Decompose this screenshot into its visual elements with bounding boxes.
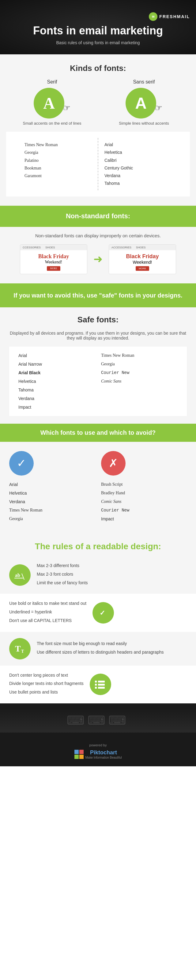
cross-icon: ✗ [109,457,118,470]
email-btn-2: MORE [136,266,149,271]
sans-description: Simple lines without accents [103,121,185,126]
list-rule-icon [93,678,107,691]
piktochart-icon [74,750,84,759]
bad-bradley-hand: Bradley Hand [101,489,187,497]
kinds-title: Kinds of fonts: [6,64,190,73]
email-body-1: Black Friday Weekend! MORE [20,250,87,274]
rule-card-3: T T The font size must be big enough to … [0,632,196,666]
page-subtitle: Basic rules of using fonts in email mark… [6,40,190,45]
svg-rect-10 [95,687,97,689]
font-calibri: Calibri [104,157,172,164]
serif-font-list: Times New Roman Georgia Palatino Bookman… [18,138,98,190]
checkmark-icon: ✓ [17,457,26,470]
rule-1-point-1: Max 2-3 different fonts [37,562,88,570]
header: ✉ FRESHMAIL Fonts in email marketing Bas… [0,0,196,54]
safe-arial-narrow: Arial Narrow [18,360,95,368]
safe-tahoma: Tahoma [18,386,95,394]
rule-1-point-3: Limit the use of fancy fonts [37,579,88,587]
nonstandard-description: Non-standard fonts can display improperl… [9,233,187,238]
email-title-1: Black Friday [23,253,84,260]
font-verdana: Verdana [104,172,172,180]
piktochart-logo: Piktochart Make Information Beautiful [74,749,122,759]
safe-title: Safe fonts: [9,315,187,325]
rule-2-point-3: Don't use all CAPITAL LETTERS [9,617,86,624]
font-palatino: Palatino [24,157,92,164]
font-century-gothic: Century Gothic [104,164,172,172]
sans-font-list: Arial Helvetica Calibri Century Gothic V… [98,138,178,190]
which-banner-text: Which fonts to use and which to avoid? [9,429,187,436]
which-banner: Which fonts to use and which to avoid? [0,424,196,442]
svg-line-2 [22,574,24,580]
which-cols: ✓ Arial Helvetica Verdana Times New Roma… [9,451,187,523]
svg-rect-9 [98,684,105,686]
safe-verdana: Verdana [18,394,95,403]
kinds-section: Kinds of fonts: Serif A ☞ Small accents … [0,54,196,206]
rule-icon-list [90,674,111,695]
email-body-2: Black Friday Weekend! MORE [109,250,176,274]
svg-rect-6 [95,681,97,682]
safe-comic-sans: Comic Sans [101,377,178,386]
rule-3-point-2: Use different sizes of letters to distin… [37,649,164,656]
size-rule-icon: T T [13,642,27,655]
svg-rect-13 [79,750,84,754]
rules-section-title: The rules of a readable design: [6,535,190,558]
serif-letter: A [43,94,55,112]
arrow-right-icon: ➜ [93,253,103,266]
email-title-2: Black Friday [112,253,173,260]
checkmark-circle: ✓ [9,451,34,476]
avoid-banner: If you want to avoid this, use "safe" fo… [0,283,196,307]
rule-row-3: T T The font size must be big enough to … [9,638,187,659]
safe-col-2: Times New Roman Georgia Courier New Comi… [101,351,178,411]
which-section: ✓ Arial Helvetica Verdana Times New Roma… [0,442,196,532]
good-georgia: Georgia [9,515,95,523]
keyboard-decoration: ⌨⌨⌨ [67,713,129,727]
safe-helvetica: Helvetica [18,377,95,386]
email-sub-2: Weekend! [112,260,173,265]
good-helvetica: Helvetica [9,489,95,497]
nonstandard-section: Non-standard fonts can display improperl… [0,227,196,283]
rule-text-4: Don't center long pieces of text Divide … [9,672,84,697]
font-tahoma: Tahoma [104,180,172,187]
fonts-rule-icon: ab [14,569,26,581]
rule-icon-size: T T [9,638,31,659]
cross-circle: ✗ [101,451,126,476]
footer-typewriter: ⌨⌨⌨ [0,703,196,737]
bad-impact: Impact [101,515,187,523]
svg-rect-15 [79,755,84,759]
tab-shoes-1: SHOES [45,246,55,249]
good-times: Times New Roman [9,506,95,515]
piktochart-name: Piktochart [90,749,117,756]
bold-rule-icon: ✓ [97,607,109,619]
piktochart-brand: Piktochart Make Information Beautiful [85,749,122,759]
email-btn-1: MORE [47,266,60,271]
svg-rect-11 [98,687,105,689]
rule-icon-fonts: ab [9,564,31,586]
footer-bg-decoration: ⌨⌨⌨ [0,708,196,733]
email-header-2: ACCESSORIES SHOES [109,245,176,250]
rule-card-4: Don't center long pieces of text Divide … [0,666,196,703]
tab-accessories-1: CCESSORIES [23,246,41,249]
font-georgia: Georgia [24,149,92,156]
svg-rect-7 [98,681,105,682]
rule-2-point-2: Underlined = hyperlink [9,609,86,616]
logo: ✉ FRESHMAIL [6,12,190,21]
good-arial: Arial [9,480,95,489]
good-verdana: Verdana [9,497,95,506]
serif-description: Small accents on the end of lines [11,121,93,126]
rule-3-point-1: The font size must be big enough to read… [37,640,164,648]
safe-times: Times New Roman [101,351,178,360]
safe-georgia: Georgia [101,360,178,368]
tab-accessories-2: ACCESSORIES [111,246,131,249]
safe-description: Displayed by all devices and programs. I… [9,331,187,340]
rule-text-2: Use bold or italics to make text stand o… [9,600,86,625]
rule-4-point-2: Divide longer texts into short fragments [9,680,84,687]
serif-label: Serif [11,79,93,85]
font-bookman: Bookman [24,164,92,172]
safe-impact: Impact [18,403,95,411]
svg-text:ab: ab [15,573,20,578]
font-times-new-roman: Times New Roman [24,141,92,149]
tab-shoes-2: SHOES [136,246,146,249]
footer: powered by Piktochart Make Information B… [0,737,196,766]
safe-arial: Arial [18,351,95,360]
rule-card-2: Use bold or italics to make text stand o… [0,594,196,632]
